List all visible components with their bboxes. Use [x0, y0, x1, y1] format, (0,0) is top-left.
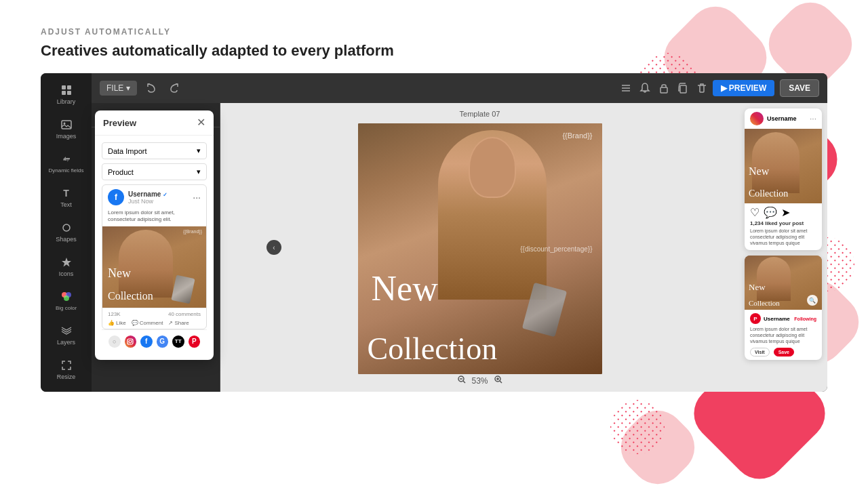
pin-visit-button[interactable]: Visit [750, 348, 770, 357]
platform-default-icon[interactable]: ○ [108, 336, 121, 348]
save-button[interactable]: SAVE [780, 79, 819, 97]
fb-user-info: Username ✓ Just Now [128, 190, 189, 205]
page-header: ADJUST AUTOMATICALLY Creatives automatic… [0, 0, 868, 73]
ig-username: Username [767, 115, 806, 122]
preview-button[interactable]: ▶ PREVIEW [713, 80, 775, 96]
instagram-preview: Username ··· New Collection ♡ 💬 ➤ 1,234 … [745, 108, 822, 250]
sidebar-item-label-dynamic: Dynamic fields [49, 167, 84, 174]
platform-google-icon[interactable]: G [157, 336, 169, 348]
ig-image: New Collection [745, 129, 822, 203]
pin-collection-text: Collection [749, 299, 780, 307]
fb-meta: Just Now [128, 198, 189, 205]
shapes-icon [60, 222, 73, 234]
fb-username: Username ✓ [128, 190, 189, 198]
sidebar-item-resize[interactable]: Resize [46, 354, 87, 386]
ig-caption: Lorem ipsum dolor sit amet consectetur a… [745, 228, 822, 250]
fb-likes-count: 123K [108, 311, 121, 317]
data-import-select[interactable]: Data Import ▾ [102, 142, 207, 159]
bg-dots-3 [599, 388, 675, 465]
lock-icon[interactable] [658, 83, 669, 94]
modal-title: Preview [103, 118, 136, 128]
sidebar-item-label-layers: Layers [57, 339, 75, 346]
canvas-area[interactable]: Template 07 {{Brand}} {{discount_percent… [220, 103, 739, 392]
sidebar-item-icons[interactable]: Icons [46, 251, 87, 283]
resize-icon [60, 359, 73, 371]
delete-icon[interactable] [696, 83, 707, 94]
align-icon[interactable] [620, 83, 631, 94]
layers-icon [60, 325, 73, 337]
sidebar-item-text[interactable]: T Text [46, 182, 87, 214]
sidebar-item-label-icons: Icons [59, 270, 74, 277]
images-icon [60, 119, 73, 131]
sidebar-item-library[interactable]: Library [46, 79, 87, 110]
pin-following-button[interactable]: Following [794, 317, 816, 321]
redo-button[interactable] [165, 81, 183, 96]
sidebar-item-label-text: Text [60, 201, 72, 208]
sidebar-item-label-images: Images [56, 133, 77, 140]
sidebar-item-layers[interactable]: Layers [46, 319, 87, 351]
fb-header: f Username ✓ Just Now ··· [102, 185, 206, 209]
sidebar-item-images[interactable]: Images [46, 113, 87, 145]
pin-image: New Collection 🔍 [745, 256, 822, 310]
template-discount-tag: {{discount_percentage}} [520, 245, 592, 253]
ig-share-icon: ➤ [781, 206, 790, 219]
copy-icon[interactable] [677, 83, 688, 94]
pin-footer: P Username Following Lorem ipsum dolor s… [745, 310, 822, 359]
toolbar-icons [620, 83, 707, 94]
sidebar: Library Images Dynamic fields [41, 73, 92, 392]
sidebar-item-dynamic[interactable]: Dynamic fields [46, 148, 87, 179]
main-template-card[interactable]: {{Brand}} {{discount_percentage}} New Co… [358, 123, 602, 374]
file-button[interactable]: FILE ▾ [100, 81, 137, 96]
ig-collection-text: Collection [749, 188, 788, 199]
icons-icon [60, 256, 73, 268]
sidebar-item-label-shapes: Shapes [56, 236, 77, 243]
svg-line-22 [462, 381, 465, 383]
fb-actions: 👍 Like 💬 Comment ↗ Share [108, 320, 201, 326]
ig-new-text: New [749, 165, 769, 178]
fb-collection-text: Collection [108, 290, 201, 302]
pin-save-button[interactable]: Save [774, 348, 794, 357]
ig-dots: ··· [810, 114, 816, 123]
right-previews-panel: Username ··· New Collection ♡ 💬 ➤ 1,234 … [739, 103, 827, 392]
zoom-out-button[interactable] [456, 375, 466, 386]
platform-instagram-icon[interactable] [125, 336, 137, 348]
zoom-bar: 53% [456, 375, 502, 386]
file-bar: FILE ▾ [92, 73, 827, 103]
sidebar-item-shapes[interactable]: Shapes [46, 216, 87, 248]
pin-actions: Visit Save [750, 348, 816, 357]
panel-collapse-button[interactable]: ‹ [267, 240, 281, 255]
zoom-in-button[interactable] [494, 375, 503, 386]
ig-avatar [750, 112, 764, 125]
fb-comment-icon: 💬 [132, 320, 138, 326]
svg-rect-0 [62, 85, 66, 89]
pin-header-row: P Username Following [750, 313, 816, 324]
ig-heart-icon: ♡ [750, 206, 760, 219]
sidebar-item-grid[interactable]: Grid [46, 388, 87, 392]
fb-like-action[interactable]: 👍 Like [108, 320, 126, 326]
pin-username: Username [764, 316, 791, 322]
fb-stats: 123K 40 comments [108, 311, 201, 317]
pinterest-preview: New Collection 🔍 P Username Following Lo… [745, 256, 822, 359]
fb-share-action[interactable]: ↗ Share [168, 320, 189, 326]
svg-rect-18 [660, 87, 667, 93]
fb-comment-action[interactable]: 💬 Comment [132, 320, 163, 326]
fb-like-icon: 👍 [108, 320, 115, 326]
fb-share-icon: ↗ [168, 320, 173, 326]
platform-pinterest-icon[interactable]: P [189, 336, 201, 348]
svg-rect-3 [67, 91, 71, 95]
ig-reactions: ♡ 💬 ➤ [745, 203, 822, 220]
fb-options-icon[interactable]: ··· [193, 192, 201, 203]
sidebar-item-bigcolor[interactable]: Big color [46, 285, 87, 317]
platform-facebook-icon[interactable]: f [140, 336, 153, 348]
facebook-preview: f Username ✓ Just Now ··· Lorem ipsum do… [102, 184, 207, 329]
bell-icon[interactable] [639, 83, 650, 94]
bg-shape-7 [610, 399, 705, 488]
platform-tiktok-icon[interactable]: TT [172, 336, 184, 348]
product-select[interactable]: Product ▾ [102, 163, 207, 180]
modal-close-button[interactable]: ✕ [197, 117, 205, 128]
undo-button[interactable] [142, 81, 160, 96]
fb-footer: 123K 40 comments 👍 Like 💬 Comment [102, 308, 206, 329]
template-brand-tag: {{Brand}} [562, 131, 592, 140]
platforms-row: ○ f G TT P [102, 329, 207, 353]
svg-point-10 [64, 296, 69, 301]
